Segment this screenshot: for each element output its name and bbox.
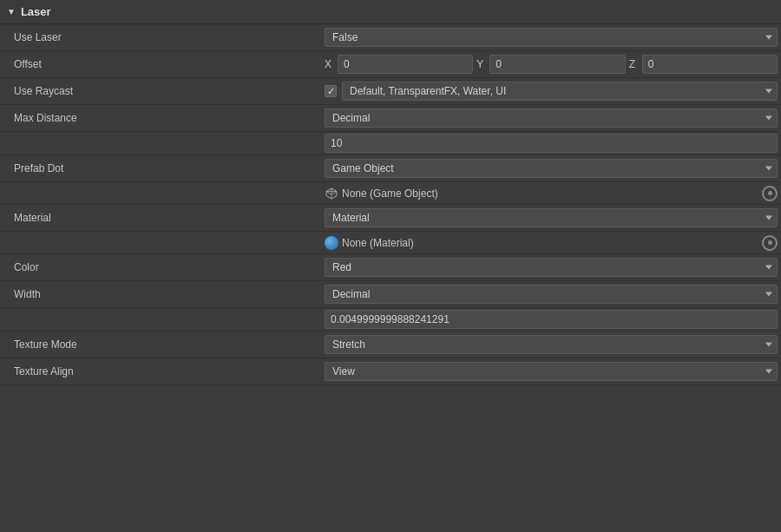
material-object-field: None (Material) — [325, 235, 778, 251]
prefab-dot-label: Prefab Dot — [0, 159, 321, 178]
texture-align-row: Texture Align View Local World — [0, 358, 781, 385]
use-raycast-row: Use Raycast ✓ Default, TransparentFX, Wa… — [0, 78, 781, 105]
color-dropdown-wrapper: Red Green Blue White — [325, 258, 778, 277]
collapse-arrow-icon[interactable]: ▼ — [7, 7, 16, 16]
prefab-dot-object-value: None (Game Object) — [321, 182, 781, 204]
texture-align-value: View Local World — [321, 360, 781, 383]
raycast-layer-dropdown-wrapper: Default, TransparentFX, Water, UI — [342, 82, 778, 101]
width-dropdown-wrapper: Decimal Integer — [325, 285, 778, 304]
prefab-dot-object-name: None (Game Object) — [342, 187, 758, 200]
laser-panel: ▼ Laser Use Laser False True Offset X — [0, 0, 781, 385]
max-distance-type-dropdown[interactable]: Decimal Integer — [325, 108, 778, 128]
panel-title: Laser — [21, 5, 51, 18]
material-sphere-icon — [325, 236, 338, 250]
texture-align-label: Texture Align — [0, 362, 321, 381]
use-laser-dropdown[interactable]: False True — [325, 28, 778, 47]
offset-x-label: X — [325, 58, 335, 70]
offset-value: X Y Z — [321, 53, 781, 76]
offset-y-field: Y — [476, 55, 625, 74]
material-object-row: None (Material) — [0, 232, 781, 254]
checkmark-icon: ✓ — [327, 86, 335, 97]
use-laser-value: False True — [321, 26, 781, 49]
max-distance-dropdown-value: Decimal Integer — [321, 107, 781, 129]
material-dropdown-row: Material Material — [0, 205, 781, 232]
max-distance-dropdown-row: Max Distance Decimal Integer — [0, 105, 781, 132]
prefab-dot-type-dropdown[interactable]: Game Object — [325, 159, 778, 178]
texture-mode-value: Stretch Tile DistributePerSegment — [321, 333, 781, 356]
use-raycast-checkbox[interactable]: ✓ — [325, 85, 337, 97]
max-distance-label: Max Distance — [0, 108, 321, 128]
use-raycast-value: ✓ Default, TransparentFX, Water, UI — [321, 80, 781, 102]
width-type-dropdown[interactable]: Decimal Integer — [325, 285, 778, 304]
texture-mode-dropdown[interactable]: Stretch Tile DistributePerSegment — [325, 335, 778, 354]
raycast-row-content: ✓ Default, TransparentFX, Water, UI — [325, 82, 778, 101]
width-value-field — [321, 308, 781, 331]
material-dropdown-value: Material — [321, 207, 781, 229]
offset-y-label: Y — [476, 58, 487, 70]
offset-y-input[interactable] — [489, 55, 625, 74]
panel-header: ▼ Laser — [0, 0, 781, 24]
max-distance-input[interactable] — [325, 134, 778, 153]
offset-fields: X Y Z — [325, 55, 778, 74]
width-input[interactable] — [325, 310, 778, 329]
width-dropdown-value: Decimal Integer — [321, 283, 781, 305]
color-label: Color — [0, 258, 321, 277]
offset-row: Offset X Y Z — [0, 51, 781, 78]
material-object-value: None (Material) — [321, 232, 781, 253]
prefab-dot-dropdown-wrapper: Game Object — [325, 159, 778, 178]
offset-z-label: Z — [629, 58, 640, 70]
max-distance-dropdown-wrapper: Decimal Integer — [325, 108, 778, 128]
prefab-dot-object-field: None (Game Object) — [325, 186, 778, 201]
color-value: Red Green Blue White — [321, 256, 781, 279]
use-laser-dropdown-wrapper: False True — [325, 28, 778, 47]
color-row: Color Red Green Blue White — [0, 254, 781, 281]
material-label: Material — [0, 208, 321, 227]
offset-label: Offset — [0, 55, 321, 74]
width-dropdown-row: Width Decimal Integer — [0, 281, 781, 308]
material-type-dropdown[interactable]: Material — [325, 208, 778, 227]
use-raycast-label: Use Raycast — [0, 82, 321, 101]
max-distance-value-field — [321, 132, 781, 154]
prefab-dot-object-row: None (Game Object) — [0, 182, 781, 205]
offset-x-input[interactable] — [338, 55, 473, 74]
cube-icon — [325, 187, 338, 200]
offset-z-input[interactable] — [642, 55, 778, 74]
use-laser-row: Use Laser False True — [0, 24, 781, 51]
material-object-name: None (Material) — [342, 237, 758, 249]
width-value-label-spacer — [0, 308, 321, 331]
material-dropdown-wrapper: Material — [325, 208, 778, 227]
material-target-icon[interactable] — [762, 235, 778, 251]
material-object-label-spacer — [0, 232, 321, 253]
width-value-row — [0, 308, 781, 332]
texture-mode-dropdown-wrapper: Stretch Tile DistributePerSegment — [325, 335, 778, 354]
raycast-layer-dropdown[interactable]: Default, TransparentFX, Water, UI — [342, 82, 778, 101]
use-laser-label: Use Laser — [0, 28, 321, 47]
prefab-dot-target-icon[interactable] — [762, 186, 778, 201]
max-distance-value-row — [0, 132, 781, 155]
prefab-dot-dropdown-row: Prefab Dot Game Object — [0, 155, 781, 182]
offset-z-field: Z — [629, 55, 778, 74]
texture-align-dropdown-wrapper: View Local World — [325, 362, 778, 381]
prefab-dot-object-label-spacer — [0, 182, 321, 204]
texture-align-dropdown[interactable]: View Local World — [325, 362, 778, 381]
max-distance-value-label-spacer — [0, 132, 321, 154]
texture-mode-row: Texture Mode Stretch Tile DistributePerS… — [0, 332, 781, 358]
prefab-dot-dropdown-value: Game Object — [321, 157, 781, 180]
texture-mode-label: Texture Mode — [0, 335, 321, 354]
width-label: Width — [0, 285, 321, 304]
color-dropdown[interactable]: Red Green Blue White — [325, 258, 778, 277]
offset-x-field: X — [325, 55, 473, 74]
